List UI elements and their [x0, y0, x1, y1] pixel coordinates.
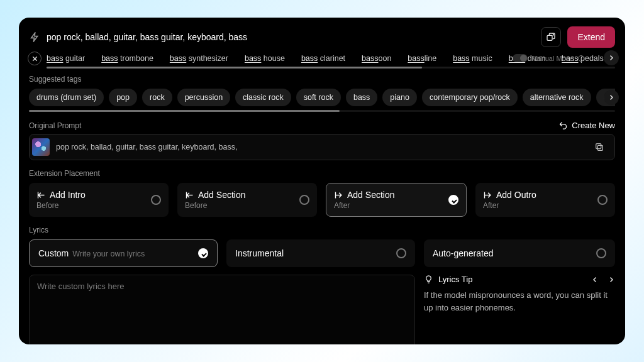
tags-scroll-right-button[interactable]: [604, 90, 619, 105]
copy-prompt-button[interactable]: [589, 137, 609, 157]
autocomplete-term[interactable]: bass clarinet: [301, 54, 345, 63]
radio-icon: [448, 195, 458, 205]
original-prompt-text: pop rock, ballad, guitar, bass guitar, k…: [56, 143, 583, 151]
suggested-tag[interactable]: pop: [109, 89, 137, 106]
autocomplete-row: bass guitarbass trombonebass synthesizer…: [29, 52, 615, 69]
radio-icon: [596, 248, 606, 258]
extension-option[interactable]: Add SectionBefore: [177, 183, 317, 217]
swap-icon-button[interactable]: [541, 27, 561, 47]
lyrics-option[interactable]: Instrumental: [226, 239, 415, 267]
suggested-tags-row: drums (drum set)poprockpercussionclassic…: [29, 89, 615, 112]
radio-icon: [597, 195, 608, 205]
lyrics-option[interactable]: CustomWrite your own lyrics: [29, 239, 218, 267]
radio-icon: [396, 248, 406, 258]
autocomplete-term[interactable]: bass synthesizer: [170, 54, 228, 63]
autocomplete-scroll-right-button[interactable]: [604, 50, 619, 65]
autocomplete-scrollbar[interactable]: [47, 67, 615, 69]
lyrics-option[interactable]: Auto-generated: [424, 239, 615, 267]
lyrics-tip-body: If the model mispronounces a word, you c…: [424, 289, 615, 314]
autocomplete-term[interactable]: bassline: [408, 54, 436, 63]
radio-icon: [299, 195, 309, 205]
lyrics-label: Lyrics: [29, 226, 615, 234]
autocomplete-term[interactable]: bass pedals: [562, 54, 604, 63]
tip-next-button[interactable]: [608, 276, 615, 283]
extension-placement-grid: Add IntroBeforeAdd SectionBeforeAdd Sect…: [29, 183, 615, 217]
autocomplete-list[interactable]: bass guitarbass trombonebass synthesizer…: [47, 52, 615, 65]
lyrics-bottom-row: Lyrics Tip If the model mispronounces a …: [29, 275, 615, 344]
tags-scrollbar[interactable]: [29, 110, 615, 112]
lyrics-mode-row: CustomWrite your own lyricsInstrumentalA…: [29, 239, 615, 267]
suggested-tags-list[interactable]: drums (drum set)poprockpercussionclassic…: [29, 89, 615, 106]
autocomplete-term[interactable]: bass house: [245, 54, 285, 63]
copy-icon: [594, 142, 604, 152]
svg-rect-3: [596, 144, 601, 149]
suggested-tag[interactable]: soft rock: [296, 89, 341, 106]
autocomplete-term[interactable]: bassoon: [362, 54, 391, 63]
suggested-tag[interactable]: contemporary pop/rock: [422, 89, 518, 106]
suggested-tag[interactable]: percussion: [177, 89, 230, 106]
suggested-tag[interactable]: piano: [382, 89, 417, 106]
create-new-button[interactable]: Create New: [558, 121, 615, 130]
original-prompt-card[interactable]: pop rock, ballad, guitar, bass guitar, k…: [29, 134, 615, 160]
suggested-tag[interactable]: rock: [142, 89, 172, 106]
undo-icon: [558, 121, 568, 130]
extension-option[interactable]: Add SectionAfter: [326, 183, 467, 217]
prompt-title: pop rock, ballad, guitar, bass guitar, k…: [47, 32, 535, 42]
prompt-thumbnail: [32, 138, 50, 156]
suggested-tag[interactable]: alternative rock: [523, 89, 591, 106]
suggested-tag[interactable]: bass: [346, 89, 377, 106]
tip-nav: [591, 276, 615, 283]
lyrics-tip-box: Lyrics Tip If the model mispronounces a …: [424, 275, 615, 344]
extension-option[interactable]: Add IntroBefore: [29, 183, 169, 217]
svg-rect-0: [547, 35, 552, 40]
extension-option[interactable]: Add OutroAfter: [475, 183, 615, 217]
radio-icon: [198, 248, 208, 258]
lyrics-tip-title: Lyrics Tip: [438, 275, 472, 284]
radio-icon: [151, 195, 161, 205]
autocomplete-term[interactable]: bass trombone: [101, 54, 153, 63]
extension-placement-label: Extension Placement: [29, 169, 615, 178]
autocomplete-term[interactable]: bass guitar: [47, 54, 85, 63]
extend-button[interactable]: Extend: [567, 26, 615, 48]
autocomplete-term[interactable]: bass music: [453, 54, 492, 63]
suggested-tags-label: Suggested tags: [29, 75, 615, 84]
lightbulb-icon: [424, 275, 433, 284]
top-bar: pop rock, ballad, guitar, bass guitar, k…: [29, 26, 615, 48]
close-autocomplete-button[interactable]: [28, 52, 42, 65]
svg-rect-2: [597, 145, 602, 150]
app-logo-icon: [29, 31, 40, 43]
extend-panel: pop rock, ballad, guitar, bass guitar, k…: [19, 18, 625, 344]
original-prompt-label: Original Prompt: [29, 121, 81, 130]
tip-prev-button[interactable]: [591, 276, 599, 283]
suggested-tag[interactable]: classic rock: [235, 89, 291, 106]
lyrics-textarea[interactable]: [29, 275, 415, 344]
suggested-tag[interactable]: drums (drum set): [29, 89, 104, 106]
autocomplete-term[interactable]: bass drum: [509, 54, 545, 63]
